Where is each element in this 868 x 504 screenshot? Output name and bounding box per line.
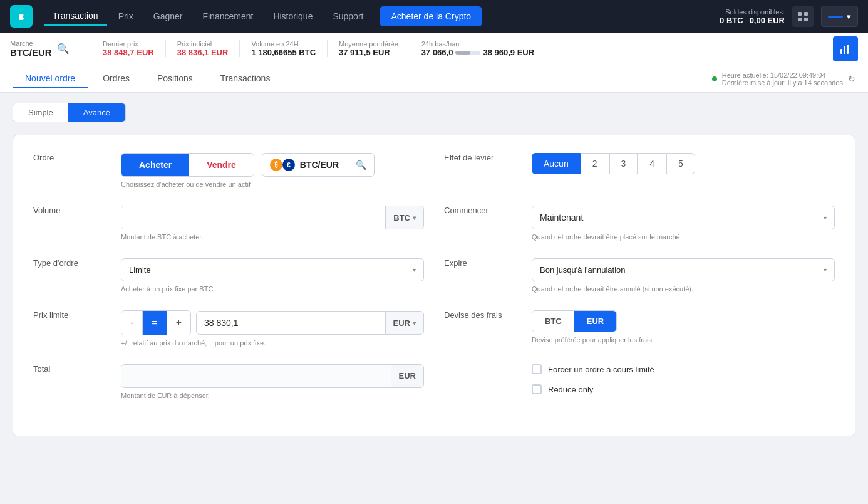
commencer-value: Maintenant: [540, 213, 583, 223]
prix-indiciel-value: 38 836,1 EUR: [177, 48, 229, 57]
volume-dropdown-icon: ▾: [413, 214, 416, 221]
prix-plus-button[interactable]: +: [167, 311, 190, 335]
grid-icon: [798, 12, 808, 21]
total-label: Total: [33, 364, 108, 374]
total-input-wrap: EUR: [121, 364, 424, 388]
grid-view-button[interactable]: [792, 6, 814, 27]
asset-name: BTC/EUR: [300, 160, 339, 170]
asset-selector[interactable]: ₿ € BTC/EUR 🔍: [262, 153, 375, 177]
svg-rect-1: [840, 49, 842, 54]
devise-eur-button[interactable]: EUR: [574, 311, 616, 332]
soldes-section: Soldes disponibles: 0 BTC 0,00 EUR: [720, 8, 785, 25]
ordre-buttons: Acheter Vendre: [121, 153, 254, 177]
nav-transaction[interactable]: Transaction: [44, 7, 107, 26]
volume-stat: Volume en 24H 1 180,66655 BTC: [240, 40, 328, 57]
bas-haut-progress: 37 066,0 38 960,9 EUR: [421, 48, 534, 57]
simple-mode-button[interactable]: Simple: [13, 103, 68, 122]
haut-value: 38 960,9 EUR: [483, 48, 534, 57]
form-row-5: Total EUR Montant de EUR à dépenser. For…: [33, 364, 835, 401]
levier-5[interactable]: 5: [666, 153, 695, 174]
svg-rect-4: [850, 48, 850, 48]
market-search-icon[interactable]: 🔍: [57, 43, 70, 55]
volume-input-area: BTC ▾ Montant de BTC à acheter.: [121, 206, 424, 241]
expire-field: Expire Bon jusqu'à l'annulation ▾ Quand …: [444, 258, 835, 293]
levier-buttons: Aucun 2 3 4 5: [532, 153, 835, 174]
total-input[interactable]: [121, 365, 391, 387]
prix-eq-button[interactable]: =: [142, 311, 167, 335]
refresh-icon[interactable]: ↻: [848, 74, 855, 84]
moyenne-stat: Moyenne pondérée 37 911,5 EUR: [328, 40, 410, 57]
asset-search-icon[interactable]: 🔍: [356, 160, 366, 170]
levier-2[interactable]: 2: [581, 153, 609, 174]
profile-button[interactable]: ▾: [821, 6, 858, 27]
acheter-button[interactable]: Acheter: [121, 154, 189, 176]
prix-unit-selector[interactable]: EUR ▾: [385, 312, 423, 334]
main-content: Simple Avancé Ordre Acheter Vendre ₿: [0, 93, 868, 446]
levier-4[interactable]: 4: [638, 153, 666, 174]
commencer-dropdown-icon: ▾: [824, 214, 827, 221]
dernier-prix-stat: Dernier prix 38 848,7 EUR: [91, 40, 166, 57]
volume-input-wrap: BTC ▾: [121, 206, 424, 229]
status-time: Heure actuelle: 15/02/22 09:49:04: [722, 71, 843, 79]
logo[interactable]: [10, 5, 33, 28]
prix-input[interactable]: [197, 312, 385, 334]
expire-select[interactable]: Bon jusqu'à l'annulation ▾: [532, 258, 835, 281]
commencer-select[interactable]: Maintenant ▾: [532, 206, 835, 229]
levier-input-area: Aucun 2 3 4 5: [532, 153, 835, 174]
devise-btc-button[interactable]: BTC: [532, 311, 574, 332]
levier-3[interactable]: 3: [609, 153, 638, 174]
volume-hint: Montant de BTC à acheter.: [121, 233, 424, 241]
prix-limite-field: Prix limite - = + EUR ▾: [33, 310, 424, 347]
vendre-button[interactable]: Vendre: [189, 154, 254, 176]
topnav: Transaction Prix Gagner Financement Hist…: [0, 0, 868, 33]
market-pair-name: BTC/EUR: [10, 47, 52, 58]
tab-nouvel-ordre[interactable]: Nouvel ordre: [13, 70, 88, 88]
nav-historique[interactable]: Historique: [264, 8, 321, 25]
nav-gagner[interactable]: Gagner: [145, 8, 192, 25]
type-ordre-select[interactable]: Limite ▾: [121, 258, 424, 281]
order-form: Ordre Acheter Vendre ₿ € BTC/EUR: [13, 135, 855, 436]
status-update: Dernière mise à jour: il y a 14 secondes: [722, 79, 843, 87]
soldes-values: 0 BTC 0,00 EUR: [720, 16, 785, 25]
dernier-prix-value: 38 848,7 EUR: [103, 48, 154, 57]
dropdown-arrow-icon: ▾: [847, 12, 851, 21]
bas-haut-label: 24h bas/haut: [421, 40, 534, 48]
commencer-field: Commencer Maintenant ▾ Quand cet ordre d…: [444, 206, 835, 241]
volume-unit-selector[interactable]: BTC ▾: [385, 206, 423, 229]
forcer-checkbox[interactable]: [532, 364, 542, 374]
moyenne-label: Moyenne pondérée: [339, 40, 398, 48]
market-pair[interactable]: Marché BTC/EUR 🔍: [10, 39, 91, 58]
levier-aucun[interactable]: Aucun: [532, 153, 581, 174]
levier-field: Effet de levier Aucun 2 3 4 5: [444, 153, 835, 174]
bas-value: 37 066,0: [421, 48, 453, 57]
prix-limite-input-area: - = + EUR ▾ +/- relatif au prix du: [121, 310, 424, 347]
svg-rect-3: [847, 45, 849, 54]
tab-positions[interactable]: Positions: [145, 70, 205, 88]
prix-dropdown-icon: ▾: [413, 320, 416, 327]
tab-ordres[interactable]: Ordres: [90, 70, 142, 88]
nav-support[interactable]: Support: [324, 8, 372, 25]
marketbar: Marché BTC/EUR 🔍 Dernier prix 38 848,7 E…: [0, 33, 868, 65]
topnav-right: Soldes disponibles: 0 BTC 0,00 EUR ▾: [720, 6, 858, 27]
nav-financement[interactable]: Financement: [194, 8, 262, 25]
devise-frais-input-area: BTC EUR Devise préférée pour appliquer l…: [532, 310, 835, 344]
tab-transactions[interactable]: Transactions: [208, 70, 283, 88]
pm-buttons: - = +: [121, 310, 191, 335]
avance-mode-button[interactable]: Avancé: [68, 103, 125, 122]
moyenne-value: 37 911,5 EUR: [339, 48, 398, 57]
chart-button[interactable]: [833, 36, 858, 61]
prix-input-wrap: EUR ▾: [196, 311, 424, 335]
prix-minus-button[interactable]: -: [121, 311, 142, 335]
volume-input[interactable]: [121, 206, 385, 229]
prix-limite-label: Prix limite: [33, 310, 108, 320]
volume-unit-label: BTC: [393, 213, 410, 223]
volume-value: 1 180,66655 BTC: [251, 48, 316, 57]
prix-hint: +/- relatif au prix du marché, = pour un…: [121, 339, 424, 347]
reduce-only-checkbox[interactable]: [532, 384, 542, 394]
buy-crypto-button[interactable]: Acheter de la Crypto: [380, 6, 482, 26]
form-row-3: Type d'ordre Limite ▾ Acheter à un prix …: [33, 258, 835, 293]
progress-fill: [455, 51, 470, 55]
total-hint: Montant de EUR à dépenser.: [121, 392, 424, 399]
soldes-btc: 0 BTC: [720, 16, 743, 25]
nav-prix[interactable]: Prix: [110, 8, 142, 25]
